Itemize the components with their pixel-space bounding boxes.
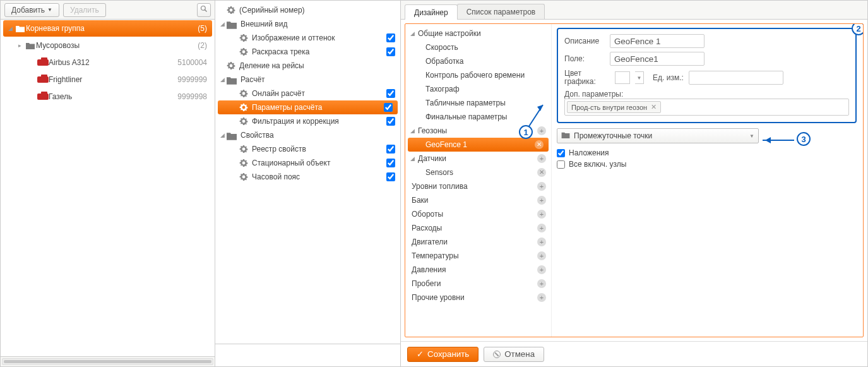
add-icon[interactable]: +	[537, 182, 546, 191]
root-group[interactable]: ◢ Корневая группа (5)	[3, 20, 212, 37]
add-icon[interactable]: +	[537, 265, 546, 274]
annotation-3: 3	[797, 132, 811, 146]
save-button[interactable]: ✓ Сохранить	[407, 347, 479, 362]
input-description[interactable]	[610, 34, 705, 48]
item-filter-corr[interactable]: Фильтрация и коррекция	[215, 114, 400, 128]
node-pressures[interactable]: Давления+	[405, 263, 551, 277]
expand-icon[interactable]: ▸	[18, 42, 25, 49]
add-icon[interactable]: +	[537, 210, 546, 219]
tab-label: Список параметров	[467, 8, 536, 16]
gear-icon	[239, 47, 248, 56]
enable-checkbox[interactable]	[386, 33, 395, 42]
add-icon[interactable]: +	[537, 293, 546, 302]
node-processing[interactable]: Обработка	[405, 54, 551, 68]
node-speed[interactable]: Скорость	[405, 40, 551, 54]
extra-params-input[interactable]: Прод-сть внутри геозон ✕	[564, 99, 849, 116]
remove-button[interactable]: Удалить	[63, 3, 106, 17]
item-label: Раскраска трека	[248, 47, 386, 56]
node-final-params[interactable]: Финальные параметры	[405, 110, 551, 124]
node-worktime[interactable]: Контроль рабочего времени	[405, 68, 551, 82]
remove-chip-icon[interactable]: ✕	[651, 103, 657, 111]
ban-icon	[493, 351, 501, 358]
item-prop-registry[interactable]: Реестр свойств	[215, 142, 400, 156]
node-table-params[interactable]: Табличные параметры	[405, 96, 551, 110]
add-icon[interactable]: +	[537, 196, 546, 205]
node-expenses[interactable]: Расходы+	[405, 221, 551, 235]
collapse-icon[interactable]: ◢	[410, 30, 417, 37]
detail-form: 2 Описание Поле: Цвет графика: ▼ Ед. изм…	[552, 24, 863, 337]
collapse-icon[interactable]: ◢	[8, 25, 15, 32]
gear-icon	[239, 145, 248, 153]
collapse-icon[interactable]: ◢	[220, 132, 227, 138]
tab-designer[interactable]: Дизайнер	[405, 4, 458, 20]
item-calc-params[interactable]: Параметры расчёта	[218, 100, 398, 114]
collapse-icon[interactable]: ◢	[220, 21, 227, 27]
node-label: Уровни топлива	[410, 182, 537, 191]
checkbox-overlay[interactable]	[557, 149, 565, 157]
add-button[interactable]: Добавить ▼	[4, 3, 59, 17]
vehicle-row[interactable]: Frightliner 9999999	[3, 71, 212, 88]
cancel-button[interactable]: Отмена	[484, 347, 544, 362]
collapse-icon[interactable]: ◢	[220, 76, 227, 83]
add-icon[interactable]: +	[537, 154, 546, 163]
gear-icon	[239, 89, 248, 98]
add-icon[interactable]: +	[537, 251, 546, 260]
node-geofence1[interactable]: GeoFence 1✕	[408, 138, 549, 152]
node-mileages[interactable]: Пробеги+	[405, 277, 551, 291]
chip-geozone-duration[interactable]: Прод-сть внутри геозон ✕	[567, 101, 661, 113]
checkbox-allnodes[interactable]	[557, 160, 565, 169]
node-tacho[interactable]: Тахограф	[405, 82, 551, 96]
input-field[interactable]	[610, 52, 705, 66]
node-sensors[interactable]: Sensors✕	[405, 165, 551, 179]
tab-paramlist[interactable]: Список параметров	[457, 4, 545, 19]
add-icon[interactable]: +	[537, 238, 546, 246]
enable-checkbox[interactable]	[386, 172, 395, 181]
node-label: Давления	[410, 265, 537, 274]
h-scrollbar[interactable]	[1, 356, 215, 366]
item-calc[interactable]: ◢ Расчёт	[215, 73, 400, 87]
item-props[interactable]: ◢ Свойства	[215, 128, 400, 142]
remove-button-label: Удалить	[70, 6, 99, 15]
enable-checkbox[interactable]	[386, 159, 395, 167]
node-label: Контроль рабочего времени	[424, 71, 546, 80]
combo-intermediate-points[interactable]: Промежуточные точки ▼	[557, 128, 759, 143]
enable-checkbox[interactable]	[386, 145, 395, 153]
add-icon[interactable]: +	[537, 279, 546, 288]
node-label: Баки	[410, 196, 537, 205]
search-button[interactable]	[197, 3, 211, 17]
color-picker[interactable]	[615, 71, 630, 84]
group-musorovozy[interactable]: ▸ Мусоровозы (2)	[3, 37, 212, 54]
node-engines[interactable]: Двигатели+	[405, 235, 551, 249]
item-track-paint[interactable]: Раскраска трека	[215, 45, 400, 59]
delete-icon[interactable]: ✕	[537, 168, 546, 177]
vehicle-row[interactable]: Газель 9999998	[3, 88, 212, 105]
node-general[interactable]: ◢Общие настройки	[405, 27, 551, 40]
add-icon[interactable]: +	[537, 224, 546, 232]
item-image-tint[interactable]: Изображение и оттенок	[215, 31, 400, 45]
node-tanks[interactable]: Баки+	[405, 193, 551, 207]
item-trip-split[interactable]: Деление на рейсы	[215, 59, 400, 73]
enable-checkbox[interactable]	[386, 47, 395, 56]
delete-icon[interactable]: ✕	[535, 140, 544, 149]
collapse-icon[interactable]: ◢	[410, 155, 417, 162]
node-sensors-head[interactable]: ◢Датчики+	[405, 152, 551, 165]
node-label: Пробеги	[410, 279, 537, 288]
item-timezone[interactable]: Часовой пояс	[215, 170, 400, 184]
node-other-levels[interactable]: Прочие уровни+	[405, 291, 551, 304]
node-temperatures[interactable]: Температуры+	[405, 249, 551, 263]
collapse-icon[interactable]: ◢	[410, 128, 417, 134]
item-stationary[interactable]: Стационарный объект	[215, 156, 400, 170]
chevron-down-icon[interactable]: ▼	[635, 71, 644, 84]
add-icon[interactable]: +	[537, 126, 546, 135]
enable-checkbox[interactable]	[384, 103, 393, 112]
vehicle-row[interactable]: Airbus A312 5100004	[3, 54, 212, 71]
item-online-calc[interactable]: Онлайн расчёт	[215, 87, 400, 100]
item-serial[interactable]: (Серийный номер)	[215, 3, 400, 17]
enable-checkbox[interactable]	[386, 117, 395, 126]
enable-checkbox[interactable]	[386, 89, 395, 98]
input-unit[interactable]	[689, 71, 783, 85]
node-rpm[interactable]: Обороты+	[405, 207, 551, 221]
node-fuel-levels[interactable]: Уровни топлива+	[405, 179, 551, 193]
save-label: Сохранить	[427, 349, 469, 359]
item-appearance[interactable]: ◢ Внешний вид	[215, 17, 400, 31]
